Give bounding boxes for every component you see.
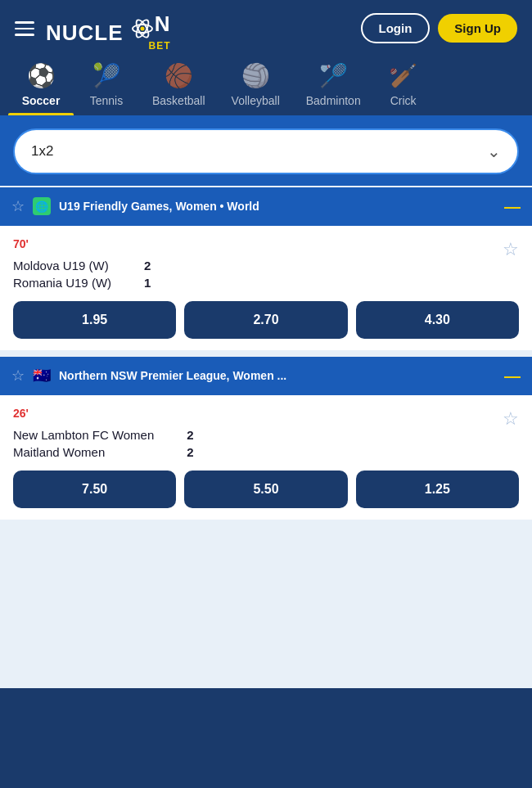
header-buttons: Login Sign Up: [361, 13, 518, 43]
logo-atom: N BET: [130, 11, 171, 45]
match-teams-2: New Lambton FC Women 2 Maitland Women 2: [13, 426, 194, 461]
league-row-nsw: ☆ 🇦🇺 Northern NSW Premier League, Women …: [0, 357, 532, 395]
header: NUCLE N BET Login Sign Up: [0, 0, 532, 57]
hamburger-menu[interactable]: [15, 21, 34, 36]
signup-button[interactable]: Sign Up: [438, 14, 517, 43]
logo-bet-text: BET: [149, 40, 171, 52]
away-team-name-2: Maitland Women: [13, 445, 105, 459]
sport-label-badminton: Badminton: [306, 94, 361, 107]
odd-btn-2-home[interactable]: 7.50: [13, 471, 176, 508]
logo: NUCLE N BET: [46, 11, 171, 46]
australia-flag-icon: 🇦🇺: [33, 367, 51, 385]
match-card-inner-1: 70' Moldova U19 (W) 2 Romania U19 (W) 1 …: [13, 237, 519, 339]
away-team-score-2: 2: [187, 445, 193, 459]
home-team-row-2: New Lambton FC Women 2: [13, 426, 194, 444]
main-content: 1x2 ⌄ ☆ 🌐 U19 Friendly Games, Women • Wo…: [0, 115, 532, 688]
match-card-inner-2: 26' New Lambton FC Women 2 Maitland Wome…: [13, 407, 519, 508]
home-team-name-2: New Lambton FC Women: [13, 428, 154, 442]
odds-row-1: 1.95 2.70 4.30: [13, 301, 519, 339]
home-team-name-1: Moldova U19 (W): [13, 259, 109, 272]
match-info-2: 26' New Lambton FC Women 2 Maitland Wome…: [13, 407, 194, 471]
league-collapse-nsw[interactable]: —: [504, 367, 521, 385]
sport-label-volleyball: Volleyball: [232, 94, 280, 107]
match-card-moldova-romania: 70' Moldova U19 (W) 2 Romania U19 (W) 1 …: [0, 226, 532, 350]
match-time-1: 70': [13, 237, 151, 250]
away-team-name-1: Romania U19 (W): [13, 276, 111, 290]
logo-text: NUCLE N BET: [46, 11, 171, 46]
league-name-u19: U19 Friendly Games, Women • World: [59, 200, 496, 213]
sidebar-item-soccer[interactable]: ⚽ Soccer: [8, 57, 74, 115]
league-star-u19[interactable]: ☆: [11, 197, 25, 215]
soccer-icon: ⚽: [27, 62, 56, 89]
sports-nav: ⚽ Soccer 🎾 Tennis 🏀 Basketball 🏐 Volleyb…: [0, 57, 532, 115]
chevron-down-icon: ⌄: [487, 142, 501, 161]
match-teams-1: Moldova U19 (W) 2 Romania U19 (W) 1: [13, 257, 151, 291]
home-team-score-1: 2: [144, 259, 151, 272]
cricket-icon: 🏏: [389, 62, 417, 89]
league-row-u19: ☆ 🌐 U19 Friendly Games, Women • World —: [0, 187, 532, 226]
match-info-1: 70' Moldova U19 (W) 2 Romania U19 (W) 1: [13, 237, 151, 301]
match-time-2: 26': [13, 407, 194, 420]
home-team-row-1: Moldova U19 (W) 2: [13, 257, 151, 274]
odd-btn-1-away[interactable]: 4.30: [356, 301, 519, 339]
globe-icon: 🌐: [33, 197, 51, 215]
badminton-icon: 🏸: [319, 62, 348, 89]
odd-btn-1-home[interactable]: 1.95: [13, 301, 176, 339]
header-left: NUCLE N BET: [15, 11, 171, 46]
sport-label-soccer: Soccer: [22, 94, 61, 107]
sidebar-item-cricket[interactable]: 🏏 Crick: [374, 57, 423, 115]
match-favorite-1[interactable]: ☆: [503, 239, 519, 260]
sidebar-item-basketball[interactable]: 🏀 Basketball: [139, 57, 219, 115]
sidebar-item-badminton[interactable]: 🏸 Badminton: [293, 57, 374, 115]
league-collapse-u19[interactable]: —: [504, 197, 521, 216]
match-favorite-2[interactable]: ☆: [503, 408, 519, 430]
sidebar-item-volleyball[interactable]: 🏐 Volleyball: [219, 57, 293, 115]
odds-row-2: 7.50 5.50 1.25: [13, 471, 519, 508]
home-team-score-2: 2: [187, 428, 193, 442]
league-name-nsw: Northern NSW Premier League, Women ...: [59, 369, 496, 382]
match-card-lambton-maitland: 26' New Lambton FC Women 2 Maitland Wome…: [0, 395, 532, 520]
tennis-icon: 🎾: [92, 62, 121, 89]
odd-btn-1-draw[interactable]: 2.70: [184, 301, 347, 339]
away-team-row-1: Romania U19 (W) 1: [13, 274, 151, 291]
league-star-nsw[interactable]: ☆: [11, 367, 25, 385]
basketball-icon: 🏀: [165, 62, 193, 89]
sport-label-basketball: Basketball: [152, 94, 205, 107]
svg-point-3: [140, 26, 144, 30]
sidebar-item-tennis[interactable]: 🎾 Tennis: [74, 57, 139, 115]
away-team-row-2: Maitland Women 2: [13, 444, 194, 461]
away-team-score-1: 1: [144, 276, 151, 290]
login-button[interactable]: Login: [361, 13, 431, 43]
bet-type-dropdown[interactable]: 1x2 ⌄: [13, 128, 519, 174]
bet-type-selected: 1x2: [31, 143, 53, 160]
volleyball-icon: 🏐: [241, 62, 270, 89]
bet-type-dropdown-wrap: 1x2 ⌄: [0, 115, 532, 186]
sport-label-cricket: Crick: [390, 94, 417, 107]
odd-btn-2-away[interactable]: 1.25: [356, 471, 519, 508]
odd-btn-2-draw[interactable]: 5.50: [184, 471, 347, 508]
sport-label-tennis: Tennis: [90, 94, 123, 107]
